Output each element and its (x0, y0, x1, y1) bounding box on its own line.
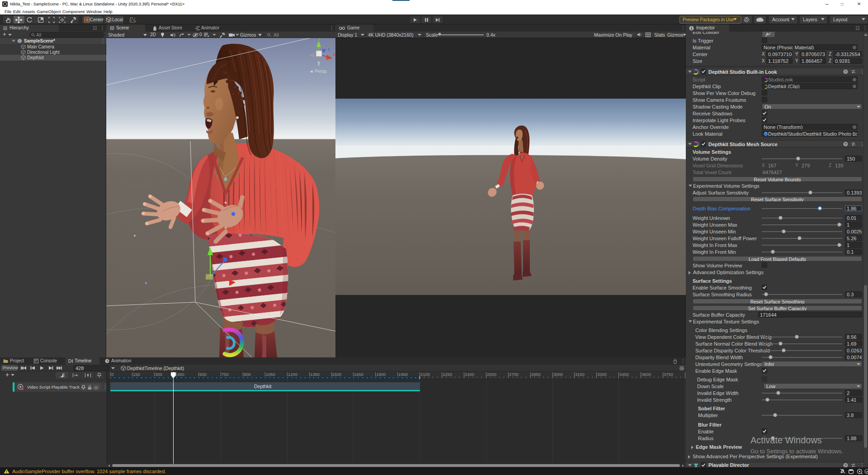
svg-text:?: ? (844, 142, 847, 146)
svg-text:◄ Persp: ◄ Persp (309, 69, 327, 74)
svg-text:y: y (319, 38, 321, 41)
svg-text:?: ? (844, 463, 847, 467)
svg-text:?: ? (844, 70, 847, 74)
svg-text:z: z (328, 47, 330, 52)
